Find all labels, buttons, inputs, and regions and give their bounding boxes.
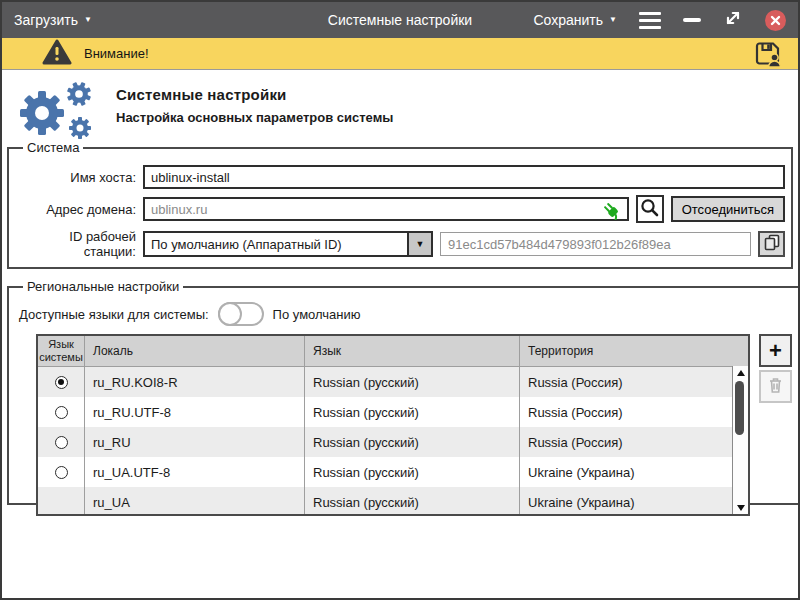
chevron-down-icon: ▼ xyxy=(407,233,431,255)
workstation-id-mode-select[interactable]: По умолчанию (Аппаратный ID) ▼ xyxy=(143,231,433,257)
minimize-icon[interactable] xyxy=(683,18,701,22)
copy-icon xyxy=(764,234,780,255)
workstation-id-label: ID рабочей станции: xyxy=(15,229,136,259)
language-cell: Russian (русский) xyxy=(305,427,520,457)
hostname-label: Имя хоста: xyxy=(15,170,136,185)
maximize-icon[interactable] xyxy=(723,8,743,32)
warning-bar: Внимание! xyxy=(2,38,798,70)
workstation-id-value-field[interactable]: 91ec1cd57b484d479893f012b26f89ea xyxy=(440,232,751,256)
system-language-radio[interactable] xyxy=(55,376,68,389)
table-row[interactable]: ru_UA Russian (русский) Ukraine (Украина… xyxy=(38,487,748,516)
page-header: Системные настройки Настройка основных п… xyxy=(2,70,798,138)
locale-cell: ru_RU.KOI8-R xyxy=(85,367,305,397)
locale-cell: ru_UA.UTF-8 xyxy=(85,457,305,487)
load-menu-label: Загрузить xyxy=(14,12,78,28)
menu-icon[interactable] xyxy=(639,12,661,29)
load-menu-button[interactable]: Загрузить ▼ xyxy=(14,12,92,28)
gears-icon xyxy=(12,80,100,144)
locale-table-body: ru_RU.KOI8-R Russian (русский) Russia (Р… xyxy=(38,367,748,516)
languages-toggle[interactable] xyxy=(218,302,264,326)
language-cell: Russian (русский) xyxy=(305,487,520,516)
warning-icon xyxy=(42,39,72,69)
hostname-input[interactable]: ublinux-install xyxy=(143,165,785,189)
trash-icon xyxy=(767,374,784,400)
system-language-radio[interactable] xyxy=(55,406,68,419)
system-section: Система Имя хоста: ublinux-install Адрес… xyxy=(7,140,793,269)
domain-label: Адрес домена: xyxy=(15,202,136,217)
available-languages-label: Доступные языки для системы: xyxy=(19,307,209,322)
search-button[interactable] xyxy=(636,195,664,223)
language-cell: Russian (русский) xyxy=(305,367,520,397)
domain-input[interactable]: ublinux.ru xyxy=(143,197,629,221)
territory-cell: Russia (Россия) xyxy=(520,367,748,397)
save-menu-button[interactable]: Сохранить ▼ xyxy=(534,12,618,28)
chevron-down-icon: ▼ xyxy=(609,16,617,24)
titlebar: Загрузить ▼ Системные настройки Сохранит… xyxy=(2,2,798,38)
system-language-cell xyxy=(38,427,85,457)
scroll-up-icon[interactable] xyxy=(733,366,748,379)
column-header-system-language: Язык системы xyxy=(38,336,85,366)
page-title: Системные настройки xyxy=(116,86,393,103)
table-row[interactable]: ru_UA.UTF-8 Russian (русский) Ukraine (У… xyxy=(38,457,748,487)
scrollbar-thumb[interactable] xyxy=(735,381,744,435)
regional-legend: Региональные настройки xyxy=(23,279,183,294)
column-header-territory: Территория xyxy=(520,336,748,366)
delete-locale-button[interactable] xyxy=(759,370,792,403)
plug-icon xyxy=(604,202,622,223)
plus-icon: + xyxy=(769,338,782,364)
search-icon xyxy=(640,198,659,221)
system-legend: Система xyxy=(23,140,83,155)
territory-cell: Ukraine (Украина) xyxy=(520,457,748,487)
locale-cell: ru_RU.UTF-8 xyxy=(85,397,305,427)
locale-cell: ru_UA xyxy=(85,487,305,516)
column-header-language: Язык xyxy=(305,336,520,366)
system-language-radio[interactable] xyxy=(55,466,68,479)
save-config-icon[interactable] xyxy=(754,40,782,67)
chevron-down-icon: ▼ xyxy=(84,16,92,24)
disconnect-button[interactable]: Отсоединиться xyxy=(671,196,785,222)
save-menu-label: Сохранить xyxy=(534,12,604,28)
toggle-knob xyxy=(218,302,242,326)
system-language-cell xyxy=(38,397,85,427)
territory-cell: Russia (Россия) xyxy=(520,427,748,457)
locale-table: Язык системы Локаль Язык Территория ru_R… xyxy=(36,334,750,516)
table-row[interactable]: ru_RU.UTF-8 Russian (русский) Russia (Ро… xyxy=(38,397,748,427)
locale-cell: ru_RU xyxy=(85,427,305,457)
territory-cell: Ukraine (Украина) xyxy=(520,487,748,516)
table-row[interactable]: ru_RU Russian (русский) Russia (Россия) xyxy=(38,427,748,457)
column-header-locale: Локаль xyxy=(85,336,305,366)
territory-cell: Russia (Россия) xyxy=(520,397,748,427)
language-cell: Russian (русский) xyxy=(305,397,520,427)
locale-table-header: Язык системы Локаль Язык Территория xyxy=(38,336,748,367)
copy-button[interactable] xyxy=(758,231,785,257)
system-language-radio[interactable] xyxy=(55,436,68,449)
language-cell: Russian (русский) xyxy=(305,457,520,487)
system-language-cell xyxy=(38,487,85,516)
vertical-scrollbar[interactable] xyxy=(732,366,748,514)
system-language-cell xyxy=(38,367,85,397)
page-subtitle: Настройка основных параметров системы xyxy=(116,110,393,125)
add-locale-button[interactable]: + xyxy=(759,334,792,367)
close-icon[interactable] xyxy=(765,10,786,31)
app-window: Загрузить ▼ Системные настройки Сохранит… xyxy=(0,0,800,600)
warning-text: Внимание! xyxy=(84,46,149,61)
toggle-value-label: По умолчанию xyxy=(273,307,361,322)
system-language-cell xyxy=(38,457,85,487)
regional-section: Региональные настройки Доступные языки д… xyxy=(7,279,800,505)
scroll-down-icon[interactable] xyxy=(733,501,748,514)
table-row[interactable]: ru_RU.KOI8-R Russian (русский) Russia (Р… xyxy=(38,367,748,397)
